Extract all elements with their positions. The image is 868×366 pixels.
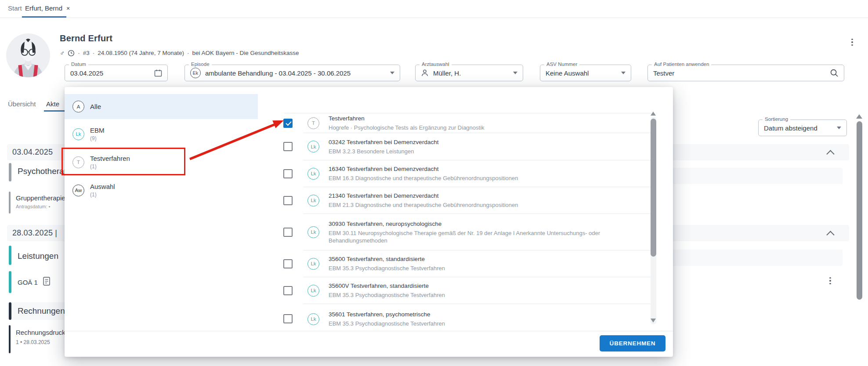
sort-value: Datum absteigend bbox=[764, 124, 817, 132]
active-tab-underline bbox=[22, 16, 66, 18]
item-badge: Lk bbox=[307, 226, 319, 238]
item-badge: Lk bbox=[307, 258, 319, 270]
scrollbar-up-arrow[interactable] bbox=[856, 114, 862, 119]
list-item[interactable]: Lk 21340 Testverfahren bei Demenzverdach… bbox=[271, 187, 658, 214]
tab-uebersicht[interactable]: Übersicht bbox=[8, 100, 36, 108]
group-date: 28.03.2025 | bbox=[12, 228, 57, 238]
list-item[interactable]: T Testverfahren Hogrefe · Psychologische… bbox=[271, 113, 658, 133]
list-scrollbar-thumb[interactable] bbox=[651, 119, 656, 257]
item-checkbox[interactable] bbox=[283, 169, 293, 178]
item-subtitle: Hogrefe · Psychologische Tests als Ergän… bbox=[329, 124, 485, 131]
chevron-down-icon[interactable] bbox=[837, 127, 841, 129]
category-count: (1) bbox=[90, 192, 115, 198]
item-title: 16340 Testverfahren bei Demenzverdacht bbox=[329, 165, 518, 173]
episode-value: ambulante Behandlung - 03.04.2025 - 30.0… bbox=[205, 69, 351, 77]
category-label: Auswahl bbox=[90, 183, 115, 190]
item-checkbox[interactable] bbox=[283, 286, 293, 295]
tab-patient[interactable]: Erfurt, Bernd× bbox=[25, 4, 70, 12]
sort-select-label: Sortierung bbox=[763, 116, 790, 122]
patient-number: #3 bbox=[83, 50, 90, 56]
patient-birthdate: 24.08.1950 (74 Jahre, 7 Monate) bbox=[98, 50, 184, 56]
entry-rechnungen[interactable]: Rechnungen bbox=[18, 306, 65, 316]
entry-leistungen[interactable]: Leistungen bbox=[18, 251, 58, 261]
date-field[interactable]: Datum bbox=[65, 65, 168, 81]
close-icon[interactable]: × bbox=[66, 5, 70, 12]
uebernehmen-button[interactable]: ÜBERNEHMEN bbox=[600, 335, 665, 352]
apply-search-input[interactable] bbox=[653, 69, 830, 77]
item-badge: Lk bbox=[307, 285, 319, 297]
kebab-menu-icon[interactable] bbox=[851, 38, 853, 47]
date-input[interactable] bbox=[70, 69, 154, 77]
entry-color-bar bbox=[9, 325, 11, 353]
tab-akte[interactable]: Akte bbox=[46, 100, 59, 108]
asv-value: Keine Auswahl bbox=[546, 69, 589, 77]
entry-rechnungsdruck[interactable]: Rechnungsdruck bbox=[16, 329, 65, 336]
chevron-down-icon[interactable] bbox=[513, 72, 517, 74]
item-checkbox[interactable] bbox=[283, 314, 293, 323]
calendar-icon[interactable] bbox=[154, 69, 162, 77]
item-subtitle: EBM 35.3 Psychodiagnostische Testverfahr… bbox=[329, 291, 445, 299]
search-icon[interactable] bbox=[830, 69, 839, 77]
episode-select[interactable]: Episode Ek ambulante Behandlung - 03.04.… bbox=[184, 65, 400, 81]
entry-gruppentherapie[interactable]: Gruppentherapie bbox=[16, 194, 65, 202]
category-badge: A bbox=[72, 101, 84, 112]
doctor-select[interactable]: Arztauswahl Müller, H. bbox=[415, 65, 523, 81]
episode-badge: Ek bbox=[190, 68, 201, 78]
asv-select-label: ASV Nummer bbox=[544, 62, 579, 67]
item-subtitle: EBM 35.3 Psychodiagnostische Testverfahr… bbox=[329, 265, 445, 272]
asv-select[interactable]: ASV Nummer Keine Auswahl bbox=[540, 65, 631, 81]
scrollbar-down-arrow[interactable] bbox=[651, 319, 656, 323]
separator: · bbox=[78, 50, 80, 56]
patient-insurer: bei AOK Bayern - Die Gesundheitskasse bbox=[192, 50, 299, 56]
list-item[interactable]: Lk 35600 Testverfahren, standardisierte … bbox=[271, 250, 658, 277]
item-checkbox[interactable] bbox=[283, 228, 293, 237]
page-scrollbar-thumb[interactable] bbox=[857, 121, 862, 300]
entry-kebab-menu-icon[interactable] bbox=[829, 276, 831, 285]
invoice-icon[interactable] bbox=[43, 277, 50, 286]
chevron-down-icon[interactable] bbox=[390, 72, 394, 74]
sort-select[interactable]: Sortierung Datum absteigend bbox=[758, 120, 847, 136]
annotation-red-box bbox=[61, 148, 185, 175]
entry-goae[interactable]: GOÄ 1 bbox=[18, 279, 38, 286]
doctor-select-label: Arztauswahl bbox=[420, 62, 452, 67]
list-item[interactable]: Lk 03242 Testverfahren bei Demenzverdach… bbox=[271, 133, 658, 160]
item-subtitle: EBM 30.11 Neuropsychologische Therapie g… bbox=[329, 229, 640, 244]
list-item[interactable]: Lk 16340 Testverfahren bei Demenzverdach… bbox=[271, 160, 658, 187]
item-title: 35601 Testverfahren, psychometrische bbox=[329, 311, 445, 318]
list-item[interactable]: Lk 35600V Testverfahren, standardisierte… bbox=[271, 277, 658, 304]
gender-male-icon: ♂ bbox=[60, 49, 65, 57]
item-title: Testverfahren bbox=[329, 115, 485, 122]
item-title: 21340 Testverfahren bei Demenzverdacht bbox=[329, 192, 518, 199]
category-auswahl[interactable]: Aw Auswahl (1) bbox=[65, 180, 258, 200]
scrollbar-up-arrow[interactable] bbox=[651, 112, 656, 116]
item-badge: Lk bbox=[307, 313, 319, 325]
item-checkbox[interactable] bbox=[283, 196, 293, 205]
patient-meta: ♂ · #3 · 24.08.1950 (74 Jahre, 7 Monate)… bbox=[60, 49, 299, 57]
category-label: Alle bbox=[90, 103, 101, 110]
entry-antragsdatum: Antragsdatum: • bbox=[16, 204, 50, 209]
item-subtitle: EBM 21.3 Diagnostische und therapeutisch… bbox=[329, 201, 518, 209]
entry-color-bar bbox=[9, 302, 11, 320]
divider bbox=[65, 331, 673, 331]
service-result-list: T Testverfahren Hogrefe · Psychologische… bbox=[271, 112, 658, 330]
tab-patient-label: Erfurt, Bernd bbox=[25, 4, 62, 12]
collapse-chevron-icon[interactable] bbox=[826, 231, 834, 239]
item-checkbox[interactable] bbox=[283, 259, 293, 268]
category-badge: Lk bbox=[72, 128, 84, 140]
episode-select-label: Episode bbox=[189, 62, 212, 67]
apply-search-field[interactable]: Auf Patienten anwenden bbox=[647, 65, 844, 81]
item-badge: Lk bbox=[307, 195, 319, 207]
list-item[interactable]: Lk 35601 Testverfahren, psychometrische … bbox=[271, 304, 658, 330]
collapse-chevron-icon[interactable] bbox=[826, 150, 834, 158]
item-subtitle: EBM 3.2.3 Besondere Leistungen bbox=[329, 148, 438, 155]
tab-start[interactable]: Start bbox=[8, 4, 22, 12]
entry-color-bar bbox=[9, 271, 11, 293]
entry-color-bar bbox=[9, 246, 11, 265]
item-title: 35600V Testverfahren, standardisierte bbox=[329, 282, 445, 290]
chevron-down-icon[interactable] bbox=[621, 72, 626, 74]
item-subtitle: EBM 16.3 Diagnostische und therapeutisch… bbox=[329, 174, 518, 182]
item-badge: Lk bbox=[307, 141, 319, 152]
group-date: 03.04.2025 bbox=[12, 148, 53, 157]
category-badge: Aw bbox=[72, 185, 84, 196]
list-item[interactable]: Lk 30930 Testverfahren, neuropsychologis… bbox=[271, 214, 658, 250]
